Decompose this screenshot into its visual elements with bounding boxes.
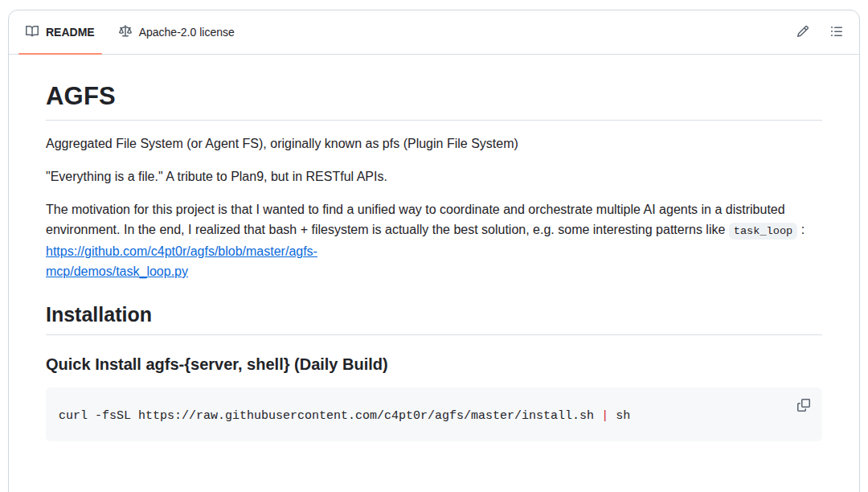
readme-card: README Apache-2.0 license AGFS Agg	[8, 10, 860, 492]
motivation-text: The motivation for this project is that …	[46, 203, 785, 236]
install-command-pipe: |	[601, 409, 608, 423]
paragraph-motivation: The motivation for this project is that …	[46, 199, 822, 281]
paragraph-description: Aggregated File System (or Agent FS), or…	[46, 133, 822, 154]
tab-readme[interactable]: README	[14, 10, 107, 54]
active-tab-underline	[18, 53, 102, 55]
installation-heading: Installation	[46, 302, 822, 335]
tab-readme-label: README	[46, 27, 95, 38]
quick-install-heading: Quick Install agfs-{server, shell} (Dail…	[46, 355, 822, 375]
readme-title: AGFS	[46, 80, 822, 121]
readme-header-actions	[790, 10, 850, 54]
inline-code-task-loop: task_loop	[729, 223, 797, 240]
copy-icon	[797, 399, 810, 414]
motivation-separator: :	[797, 223, 805, 236]
edit-readme-button[interactable]	[790, 19, 816, 45]
install-command-cmd: curl -fsSL https://raw.githubusercontent…	[59, 409, 601, 423]
tab-license-label: Apache-2.0 license	[139, 27, 235, 38]
readme-tab-bar: README Apache-2.0 license	[9, 10, 859, 55]
list-unordered-icon	[830, 25, 843, 40]
task-loop-link-line2: mcp/demos/task_loop.py	[46, 264, 188, 278]
task-loop-link[interactable]: https://github.com/c4pt0r/agfs/blob/mast…	[46, 244, 317, 278]
paragraph-tribute: "Everything is a file." A tribute to Pla…	[46, 166, 822, 187]
task-loop-link-line1: https://github.com/c4pt0r/agfs/blob/mast…	[46, 244, 317, 258]
pencil-icon	[796, 25, 809, 40]
tab-license[interactable]: Apache-2.0 license	[107, 10, 247, 54]
law-icon	[119, 25, 132, 40]
install-command: curl -fsSL https://raw.githubusercontent…	[59, 409, 630, 423]
install-code-block: curl -fsSL https://raw.githubusercontent…	[46, 387, 822, 441]
readme-content: AGFS Aggregated File System (or Agent FS…	[9, 55, 859, 467]
book-icon	[26, 25, 39, 40]
copy-button[interactable]	[792, 394, 816, 418]
install-command-tail: sh	[608, 409, 630, 423]
outline-button[interactable]	[824, 19, 850, 45]
